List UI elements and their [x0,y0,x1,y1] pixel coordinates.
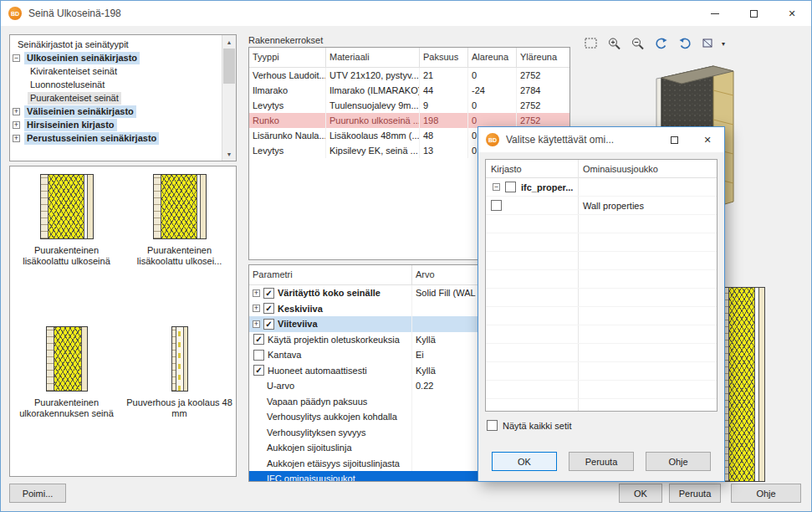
layer-row[interactable]: Levytys Tuulensuojalevy 9m... 9 0 2752 [249,98,569,113]
tree-item-ulkoseinien[interactable]: − Ulkoseinien seinäkirjasto [10,51,236,64]
inner-board-strip [758,288,764,481]
app-icon: BD [486,133,499,146]
wall-section-image [153,174,207,239]
tree-item-valiseinien[interactable]: + Väliseinien seinäkirjasto [10,105,236,118]
library-row[interactable]: − ifc_proper... [486,178,717,197]
maximize-icon [671,136,678,144]
popup-window-controls: ✕ [657,127,724,152]
insulation-strip [729,288,754,481]
minimize-button[interactable] [696,1,734,26]
checkbox-unchecked[interactable] [505,182,516,192]
display-mode-icon[interactable] [698,34,718,53]
preview-toolbar: ▾ [581,34,725,53]
chevron-down-icon[interactable]: ▾ [722,40,725,48]
close-button[interactable]: ✕ [773,1,811,26]
zoom-in-icon[interactable] [605,34,625,53]
close-button[interactable]: ✕ [691,127,724,152]
wall-section-image [46,326,88,392]
window-title: Seinä Ulkoseinä-198 [28,8,121,19]
empty-row [486,381,717,399]
maximize-button[interactable] [657,127,691,152]
insulation-strip [161,175,197,238]
empty-row [486,399,717,412]
minimize-icon [711,13,719,14]
layer-row[interactable]: Verhous Laudoit... UTV 21x120, pystyv...… [249,68,569,83]
expand-icon[interactable]: + [13,121,20,129]
cancel-button[interactable]: Peruuta [569,452,634,471]
tree-item-puurakenteiset[interactable]: Puurakenteiset seinät [10,91,236,105]
checkbox-checked[interactable]: ✓ [263,288,274,299]
help-button[interactable]: Ohje [646,452,711,471]
tree-item-luonnostelu[interactable]: Luonnosteluseinät [10,78,236,91]
tree-item-perustusseinien[interactable]: + Perustusseinien seinäkirjasto [10,131,236,145]
expand-icon[interactable]: + [253,320,260,328]
wall-section-image [171,326,188,392]
expand-icon[interactable]: + [253,289,260,297]
inner-board-strip [200,175,206,238]
wall-section-image [40,174,94,239]
popup-buttons: OK Peruuta Ohje [478,452,724,471]
tree-item-kivirakenteiset[interactable]: Kivirakenteiset seinät [10,64,236,78]
cancel-button[interactable]: Peruuta [669,484,721,503]
wall-type-gallery: Puurakenteinen lisäkoolattu ulkoseinä Pu… [9,166,237,477]
rotate-left-icon[interactable] [651,34,672,53]
window-controls: ✕ [696,1,811,26]
tree-scrollbar[interactable]: ▲ ▼ [222,35,236,161]
empty-row [486,362,717,381]
app-icon: BD [8,7,22,20]
expand-icon[interactable]: + [13,135,20,142]
empty-row [486,252,717,270]
checkbox-checked[interactable]: ✓ [253,334,264,345]
poimi-button[interactable]: Poimi... [9,484,66,503]
tree-item-hirsiseinien[interactable]: + Hirsiseinien kirjasto [10,118,236,131]
maximize-button[interactable] [734,1,773,26]
zoom-window-icon[interactable] [581,34,601,53]
checkbox-unchecked[interactable] [487,420,498,431]
checkbox-checked[interactable]: ✓ [263,303,274,314]
collapse-icon[interactable]: − [13,54,20,62]
thumbnail-caption: Puurakenteinen lisäkoolattu ulkosei... [126,245,233,267]
help-button[interactable]: Ohje [731,484,801,503]
expand-icon[interactable]: + [253,305,260,312]
wall-type-thumbnail[interactable]: Puurakenteinen lisäkoolattu ulkoseinä [10,174,123,326]
empty-row [486,270,717,289]
tree-root[interactable]: Seinäkirjastot ja seinätyypit [10,38,236,51]
layer-row[interactable]: Ilmarako Ilmarako (ILMARAKO) 44 -24 2784 [249,83,569,98]
wall-properties-dialog: BD Seinä Ulkoseinä-198 ✕ Seinäkirjastot … [0,0,812,512]
property-set-list-header: Kirjasto Ominaisuusjoukko [486,160,717,178]
batten-strip [176,327,183,391]
expand-icon[interactable]: + [13,108,20,115]
empty-row [486,307,717,325]
scrollbar-thumb[interactable] [223,49,235,84]
wall-type-thumbnail[interactable]: Puurakenteinen ulkorakennuksen seinä [10,326,123,477]
ok-button[interactable]: OK [619,484,662,503]
checkbox-unchecked[interactable] [491,200,502,211]
popup-title: Valitse käytettävät omi... [506,134,614,146]
scroll-down-icon[interactable]: ▼ [222,147,236,161]
thumbnail-caption: Puuverhous ja koolaus 48 mm [126,397,233,419]
layers-section-title: Rakennekerrokset [248,35,323,45]
checkbox-checked[interactable]: ✓ [263,319,274,330]
zoom-out-icon[interactable] [628,34,648,53]
collapse-icon[interactable]: − [493,183,500,191]
checkbox-checked[interactable]: ✓ [253,365,264,376]
inner-board-strip [183,327,187,391]
scroll-up-icon[interactable]: ▲ [222,35,236,49]
show-all-sets-label: Näytä kaikki setit [503,421,572,431]
wall-type-thumbnail[interactable]: Puuverhous ja koolaus 48 mm [123,326,236,477]
checkbox-unchecked[interactable] [253,350,264,361]
empty-row [486,289,717,307]
cladding-strip [154,175,161,238]
property-set-list: Kirjasto Ominaisuusjoukko − ifc_proper..… [485,159,718,412]
wall-section-preview[interactable] [720,287,765,482]
wall-type-thumbnail[interactable]: Puurakenteinen lisäkoolattu ulkosei... [123,174,236,326]
empty-row [486,215,717,233]
empty-row [486,344,717,362]
rotate-right-icon[interactable] [675,34,695,53]
ok-button[interactable]: OK [492,452,557,471]
titlebar: BD Seinä Ulkoseinä-198 ✕ [1,1,811,26]
show-all-sets-option[interactable]: Näytä kaikki setit [487,420,572,431]
tree-root-label: Seinäkirjastot ja seinätyypit [15,38,131,51]
wall-library-tree: Seinäkirjastot ja seinätyypit − Ulkosein… [9,34,237,161]
property-set-row[interactable]: Wall properties [486,197,717,215]
